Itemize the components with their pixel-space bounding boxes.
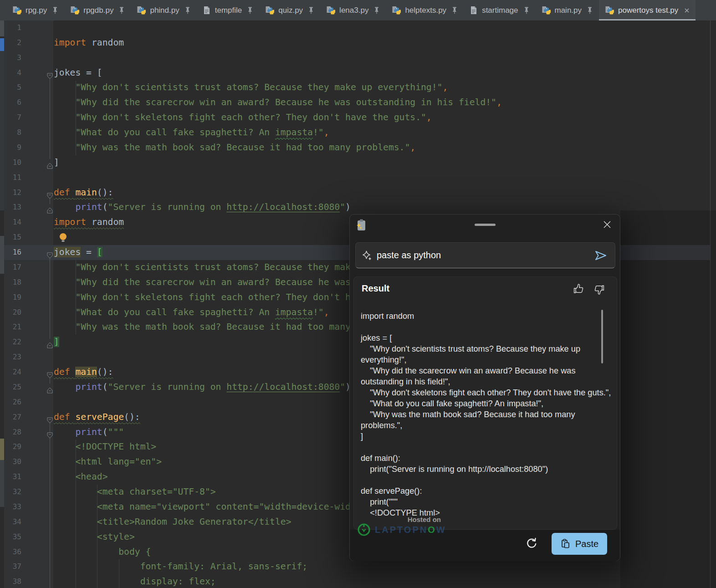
regenerate-icon[interactable] [525,537,538,552]
editor-line-4: 4jokes = [ [0,66,716,81]
result-line: def main(): [361,453,607,464]
pin-icon [523,7,530,14]
line-number: 20 [4,305,21,320]
result-line: "Why don't scientists trust atoms? Becau… [361,343,607,354]
line-number: 6 [4,95,21,110]
tab-rpg-py[interactable]: rpg.py [6,0,64,20]
editor-line-13: 13 print("Server is running on http://lo… [0,200,716,215]
tab-label: powertoys test.py [618,6,678,15]
pin-icon [184,7,191,14]
close-icon[interactable] [603,221,611,228]
prompt-text[interactable]: paste as python [377,243,441,268]
python-file-icon [265,6,274,15]
tab-quiz-py[interactable]: quiz.py [259,0,320,20]
editor-line-2: 2import random [0,36,716,51]
tab-main-py[interactable]: main.py [536,0,599,20]
editor-tab-bar: rpg.pyrpgdb.pyphind.pytempfilequiz.pylen… [0,0,716,20]
line-number: 11 [4,170,21,185]
tab-label: lena3.py [339,6,368,15]
line-number: 21 [4,320,21,335]
pin-icon [52,7,58,14]
line-number: 31 [4,470,21,485]
pin-icon [308,7,314,14]
result-line: "Why was the math book sad? Because it h… [361,409,607,420]
intention-bulb-icon [58,232,68,243]
line-number: 7 [4,110,21,125]
line-number: 5 [4,80,21,95]
python-file-icon [392,6,401,15]
result-text: import random jokes = [ "Why don't scien… [361,311,607,518]
editor-line-38: 38 display: flex; [0,574,716,588]
ai-sparkle-icon [362,250,373,264]
line-number: 15 [4,230,21,245]
line-number: 38 [4,574,21,588]
editor-line-11: 11 [0,170,716,185]
line-number: 26 [4,395,21,410]
result-line [361,322,607,332]
watermark-logo: LAPTOPNOW [357,523,446,537]
line-number: 32 [4,485,21,500]
line-number: 13 [4,200,21,215]
send-icon[interactable] [594,250,608,263]
thumbs-up-icon[interactable] [572,282,586,298]
line-number: 33 [4,500,21,515]
tab-startimage[interactable]: startimage [464,0,535,20]
tab-rpgdb-py[interactable]: rpgdb.py [64,0,131,20]
watermark-hosted-on: Hosted on [351,516,441,523]
pin-icon [373,7,380,14]
line-number: 25 [4,380,21,395]
tab-label: startimage [482,6,518,15]
line-number: 35 [4,530,21,545]
result-line: def servePage(): [361,486,607,496]
line-number: 9 [4,140,21,155]
python-file-icon [12,6,21,15]
line-number: 30 [4,455,21,470]
editor-line-6: 6 "Why did the scarecrow win an award? B… [0,95,716,110]
watermark-logo-icon [357,523,371,537]
line-number: 27 [4,410,21,425]
editor-line-7: 7 "Why don't skeletons fight each other?… [0,110,716,125]
editor-line-1: 1 [0,20,716,36]
result-line [361,475,607,486]
line-number: 2 [4,36,21,51]
tab-label: main.py [555,6,582,15]
python-file-icon [326,6,335,15]
paste-button[interactable]: Paste [552,533,607,555]
tab-phind-py[interactable]: phind.py [131,0,196,20]
drag-handle[interactable] [475,224,496,226]
line-number: 14 [4,215,21,230]
tab-label: rpgdb.py [83,6,113,15]
line-number: 3 [4,51,21,66]
line-number: 37 [4,559,21,574]
result-scrollbar[interactable] [601,310,603,363]
python-file-icon [542,6,551,15]
tab-powertoys-test-py[interactable]: powertoys test.py [599,0,696,20]
result-line: problems.", [361,420,607,431]
line-number: 28 [4,425,21,440]
tab-lena3-py[interactable]: lena3.py [320,0,386,20]
python-file-icon [137,6,146,15]
pin-icon [587,7,593,14]
line-number: 12 [4,185,21,200]
prompt-input[interactable]: paste as python [355,242,615,268]
result-line: everything!", [361,354,607,365]
line-number: 29 [4,440,21,455]
result-line: "What do you call fake spaghetti? An imp… [361,398,607,409]
python-file-icon [70,6,79,15]
result-line: print("Server is running on http://local… [361,464,607,475]
tab-tempfile[interactable]: tempfile [197,0,260,20]
line-number: 23 [4,350,21,365]
advanced-paste-dialog: paste as python Result import random jok… [349,214,620,561]
tab-helptexts-py[interactable]: helptexts.py [386,0,464,20]
result-label: Result [362,283,389,294]
line-number: 36 [4,545,21,560]
line-number: 1 [4,20,21,36]
editor-line-37: 37 font-family: Arial, sans-serif; [0,559,716,574]
pin-icon [118,7,125,14]
python-file-icon [605,6,614,15]
tab-label: phind.py [150,6,179,15]
thumbs-down-icon[interactable] [592,282,606,298]
line-number: 10 [4,155,21,170]
paste-button-label: Paste [575,539,598,549]
editor-line-9: 9 "Why was the math book sad? Because it… [0,140,716,155]
